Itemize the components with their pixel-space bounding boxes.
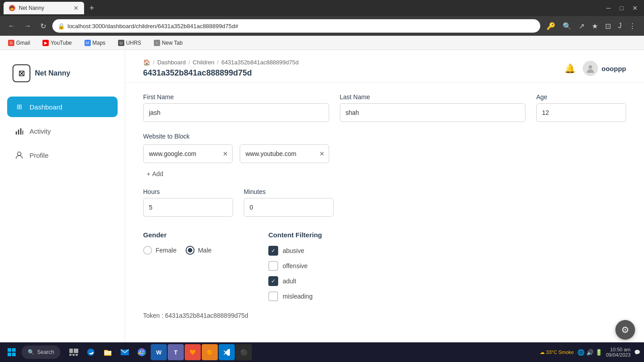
last-name-input[interactable] xyxy=(340,103,526,122)
gender-female-label: Female xyxy=(156,247,177,254)
taskbar-battery-icon[interactable]: 🔋 xyxy=(595,349,602,356)
sidebar-item-activity[interactable]: Activity xyxy=(7,121,118,141)
breadcrumb-dashboard[interactable]: Dashboard xyxy=(157,59,186,66)
bottom-section: Gender Female Male Content Fil xyxy=(143,231,626,301)
cf-option-offensive[interactable]: offensive xyxy=(268,261,626,271)
cf-checkbox-adult[interactable]: ✓ xyxy=(268,276,278,286)
blocked-sites-row: ✕ ✕ xyxy=(143,144,626,163)
cf-option-adult[interactable]: ✓ adult xyxy=(268,276,626,286)
blocked-site-1: ✕ xyxy=(143,144,233,163)
settings-fab[interactable]: ⚙ xyxy=(615,320,635,340)
hours-input[interactable] xyxy=(143,198,233,217)
browser-tab[interactable]: 🧒 Net Nanny ✕ xyxy=(4,2,84,14)
taskbar-app-word[interactable]: W xyxy=(151,344,167,360)
bookmark-newtab-label: New Tab xyxy=(162,40,182,46)
bookmark-gmail[interactable]: G Gmail xyxy=(5,39,33,47)
bookmark-maps[interactable]: M Maps xyxy=(82,39,108,47)
taskbar-app-app9[interactable]: 🟠 xyxy=(202,344,218,360)
minimize-button[interactable]: ─ xyxy=(604,4,614,13)
taskbar-datetime[interactable]: 10:50 am 09/04/2023 xyxy=(606,347,631,358)
refresh-button[interactable]: ↻ xyxy=(38,20,49,32)
taskbar-right: ☁ 33°C Smoke 🌐 🔊 🔋 10:50 am 09/04/2023 💬 xyxy=(540,347,640,358)
bookmark-youtube[interactable]: ▶ YouTube xyxy=(40,39,74,47)
content-filter-section: Content Filtering ✓ abusive offensive ✓ xyxy=(268,231,626,301)
add-label: Add xyxy=(152,170,163,177)
minutes-group: Minutes xyxy=(244,188,334,217)
sidebar: ⊠ Net Nanny ⊞ Dashboard Activity xyxy=(0,50,125,342)
cf-checkbox-abusive[interactable]: ✓ xyxy=(268,246,278,256)
key-icon[interactable]: 🔑 xyxy=(544,20,558,32)
bookmark-newtab[interactable]: ○ New Tab xyxy=(151,39,185,47)
taskbar-app-app8[interactable]: 🧡 xyxy=(185,344,201,360)
taskbar-search[interactable]: 🔍 Search xyxy=(21,345,60,359)
taskbar-network-icon[interactable]: 🌐 xyxy=(577,349,585,356)
cf-label-misleading: misleading xyxy=(283,293,313,300)
hours-label: Hours xyxy=(143,188,233,195)
url-text: localhost:3000/dashboard/children/6431a3… xyxy=(68,23,535,29)
taskbar-app-vscode[interactable] xyxy=(219,344,235,360)
share-icon[interactable]: ↗ xyxy=(576,20,587,32)
blocked-site-input-2[interactable] xyxy=(240,144,329,163)
bell-icon[interactable]: 🔔 xyxy=(564,63,576,74)
blocked-site-input-1[interactable] xyxy=(143,144,233,163)
gender-female-radio[interactable] xyxy=(143,246,152,255)
taskbar-apps: W T 🧡 🟠 ⚫ xyxy=(66,344,252,360)
star-icon[interactable]: ★ xyxy=(589,20,601,32)
taskbar-date-display: 09/04/2023 xyxy=(606,352,631,358)
taskbar-notification-icon[interactable]: 💬 xyxy=(634,349,640,355)
cf-checkbox-misleading[interactable] xyxy=(268,291,278,301)
address-bar[interactable]: 🔒 localhost:3000/dashboard/children/6431… xyxy=(52,19,540,33)
svg-rect-7 xyxy=(12,348,16,352)
taskbar-app-explorer[interactable] xyxy=(100,344,116,360)
taskbar-app-taskview[interactable] xyxy=(66,344,82,360)
window-controls: ─ □ ✕ xyxy=(604,4,640,13)
breadcrumb-id: 6431a352b841ac888899d75d xyxy=(221,59,299,66)
blocked-site-clear-2[interactable]: ✕ xyxy=(319,150,325,157)
sidebar-item-dashboard[interactable]: ⊞ Dashboard xyxy=(7,97,118,117)
cf-checkbox-offensive[interactable] xyxy=(268,261,278,271)
cf-option-abusive[interactable]: ✓ abusive xyxy=(268,246,626,256)
taskbar-volume-icon[interactable]: 🔊 xyxy=(586,349,593,356)
search-icon: 🔍 xyxy=(28,349,34,355)
svg-rect-0 xyxy=(16,131,17,135)
first-name-input[interactable] xyxy=(143,103,329,122)
content-header: 🏠 / Dashboard / Children / 6431a352b841a… xyxy=(125,50,644,83)
bookmark-uhrs[interactable]: U UHRS xyxy=(115,39,144,47)
menu-icon[interactable]: ⋮ xyxy=(626,20,639,32)
split-view-icon[interactable]: ⊡ xyxy=(602,20,614,32)
blocked-site-clear-1[interactable]: ✕ xyxy=(223,150,228,157)
taskbar-app-chrome[interactable] xyxy=(134,344,150,360)
add-website-button[interactable]: + Add xyxy=(143,168,626,179)
close-button[interactable]: ✕ xyxy=(630,4,640,13)
forward-button[interactable]: → xyxy=(21,20,34,32)
minutes-input[interactable] xyxy=(244,198,334,217)
zoom-icon[interactable]: 🔍 xyxy=(560,20,574,32)
sidebar-item-profile[interactable]: Profile xyxy=(7,145,118,165)
tab-close-button[interactable]: ✕ xyxy=(73,4,79,12)
user-name: oooppp xyxy=(602,65,626,72)
first-name-label: First Name xyxy=(143,93,329,101)
start-button[interactable] xyxy=(4,344,20,360)
svg-rect-9 xyxy=(12,353,16,356)
user-profile-icon[interactable]: J xyxy=(615,20,624,32)
back-button[interactable]: ← xyxy=(5,20,18,32)
minutes-label: Minutes xyxy=(244,188,334,195)
age-input[interactable] xyxy=(536,103,626,122)
taskbar-system-icons: 🌐 🔊 🔋 xyxy=(577,349,602,356)
gender-male-option[interactable]: Male xyxy=(186,246,212,255)
gender-male-radio[interactable] xyxy=(186,246,195,255)
taskbar-app-mail[interactable] xyxy=(117,344,133,360)
svg-rect-10 xyxy=(69,349,73,353)
taskbar-app-teams[interactable]: T xyxy=(168,344,184,360)
breadcrumb-home-icon[interactable]: 🏠 xyxy=(143,59,150,66)
breadcrumb-children[interactable]: Children xyxy=(193,59,214,66)
svg-rect-3 xyxy=(22,130,23,135)
maximize-button[interactable]: □ xyxy=(617,4,626,13)
taskbar-app-terminal[interactable]: ⚫ xyxy=(236,344,252,360)
new-tab-button[interactable]: + xyxy=(89,4,94,13)
browser-titlebar: 🧒 Net Nanny ✕ + ─ □ ✕ xyxy=(0,0,644,16)
gender-female-option[interactable]: Female xyxy=(143,246,177,255)
taskbar-app-edge[interactable] xyxy=(83,344,99,360)
first-name-group: First Name xyxy=(143,93,329,122)
cf-option-misleading[interactable]: misleading xyxy=(268,291,626,301)
